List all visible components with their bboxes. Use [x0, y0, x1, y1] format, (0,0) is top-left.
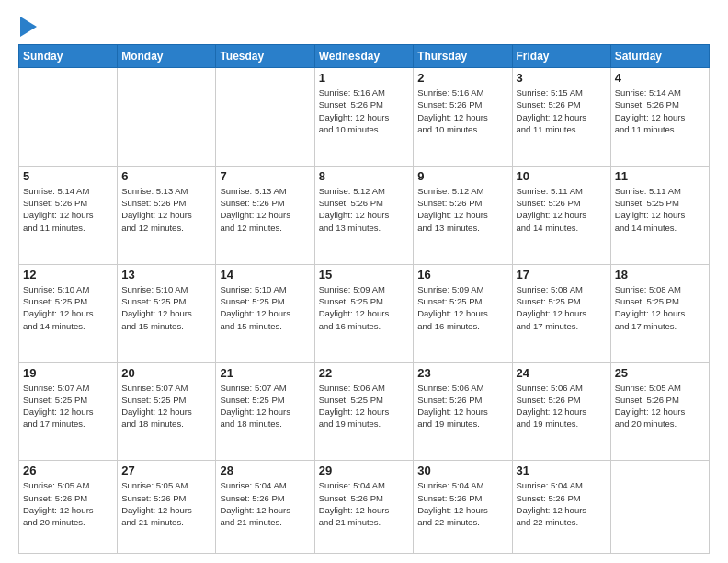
calendar-cell: 18Sunrise: 5:08 AM Sunset: 5:25 PM Dayli…: [610, 264, 709, 362]
calendar-cell: 4Sunrise: 5:14 AM Sunset: 5:26 PM Daylig…: [610, 68, 709, 167]
day-info: Sunrise: 5:11 AM Sunset: 5:26 PM Dayligh…: [517, 185, 607, 234]
calendar-cell: 6Sunrise: 5:13 AM Sunset: 5:26 PM Daylig…: [118, 166, 216, 264]
page: SundayMondayTuesdayWednesdayThursdayFrid…: [0, 0, 728, 563]
day-number: 14: [220, 268, 310, 282]
calendar-cell: 15Sunrise: 5:09 AM Sunset: 5:25 PM Dayli…: [314, 264, 414, 362]
day-number: 9: [417, 169, 507, 183]
day-number: 1: [319, 71, 410, 85]
day-number: 20: [121, 366, 211, 380]
calendar-cell: 20Sunrise: 5:07 AM Sunset: 5:25 PM Dayli…: [118, 362, 216, 461]
day-info: Sunrise: 5:04 AM Sunset: 5:26 PM Dayligh…: [319, 479, 410, 528]
day-info: Sunrise: 5:09 AM Sunset: 5:25 PM Dayligh…: [417, 283, 507, 332]
day-info: Sunrise: 5:08 AM Sunset: 5:25 PM Dayligh…: [517, 283, 607, 332]
day-info: Sunrise: 5:13 AM Sunset: 5:26 PM Dayligh…: [121, 185, 211, 234]
calendar-cell: 30Sunrise: 5:04 AM Sunset: 5:26 PM Dayli…: [414, 461, 512, 554]
day-info: Sunrise: 5:04 AM Sunset: 5:26 PM Dayligh…: [417, 479, 507, 528]
calendar-cell: 24Sunrise: 5:06 AM Sunset: 5:26 PM Dayli…: [512, 362, 610, 461]
calendar-cell: 21Sunrise: 5:07 AM Sunset: 5:25 PM Dayli…: [216, 362, 314, 461]
day-number: 13: [121, 268, 211, 282]
calendar-cell: [19, 68, 118, 167]
day-info: Sunrise: 5:14 AM Sunset: 5:26 PM Dayligh…: [23, 185, 113, 234]
day-info: Sunrise: 5:09 AM Sunset: 5:25 PM Dayligh…: [319, 283, 410, 332]
logo-icon: [20, 17, 37, 37]
day-info: Sunrise: 5:10 AM Sunset: 5:25 PM Dayligh…: [23, 283, 113, 332]
day-info: Sunrise: 5:11 AM Sunset: 5:25 PM Dayligh…: [615, 185, 705, 234]
weekday-header: Saturday: [610, 45, 709, 68]
weekday-header: Sunday: [19, 45, 118, 68]
calendar-cell: 19Sunrise: 5:07 AM Sunset: 5:25 PM Dayli…: [19, 362, 118, 461]
svg-marker-0: [20, 17, 37, 37]
day-number: 19: [23, 366, 113, 380]
calendar-cell: 2Sunrise: 5:16 AM Sunset: 5:26 PM Daylig…: [414, 68, 512, 167]
day-number: 28: [220, 464, 310, 477]
day-number: 18: [615, 268, 705, 282]
day-number: 3: [517, 71, 607, 85]
day-info: Sunrise: 5:07 AM Sunset: 5:25 PM Dayligh…: [23, 382, 113, 431]
day-number: 12: [23, 268, 113, 282]
day-number: 16: [417, 268, 507, 282]
calendar-cell: 7Sunrise: 5:13 AM Sunset: 5:26 PM Daylig…: [216, 166, 314, 264]
calendar-cell: 14Sunrise: 5:10 AM Sunset: 5:25 PM Dayli…: [216, 264, 314, 362]
day-number: 26: [23, 464, 113, 477]
calendar-cell: 27Sunrise: 5:05 AM Sunset: 5:26 PM Dayli…: [118, 461, 216, 554]
day-info: Sunrise: 5:06 AM Sunset: 5:26 PM Dayligh…: [417, 382, 507, 431]
day-number: 10: [517, 169, 607, 183]
calendar-cell: [610, 461, 709, 554]
day-number: 23: [417, 366, 507, 380]
day-info: Sunrise: 5:16 AM Sunset: 5:26 PM Dayligh…: [319, 86, 410, 135]
calendar-cell: 12Sunrise: 5:10 AM Sunset: 5:25 PM Dayli…: [19, 264, 118, 362]
day-info: Sunrise: 5:06 AM Sunset: 5:25 PM Dayligh…: [319, 382, 410, 431]
weekday-header: Thursday: [414, 45, 512, 68]
day-number: 24: [517, 366, 607, 380]
logo: [18, 17, 37, 35]
day-number: 4: [615, 71, 705, 85]
calendar-cell: 31Sunrise: 5:04 AM Sunset: 5:26 PM Dayli…: [512, 461, 610, 554]
day-number: 21: [220, 366, 310, 380]
day-info: Sunrise: 5:05 AM Sunset: 5:26 PM Dayligh…: [121, 479, 211, 528]
day-info: Sunrise: 5:04 AM Sunset: 5:26 PM Dayligh…: [220, 479, 310, 528]
day-info: Sunrise: 5:12 AM Sunset: 5:26 PM Dayligh…: [319, 185, 410, 234]
day-info: Sunrise: 5:07 AM Sunset: 5:25 PM Dayligh…: [121, 382, 211, 431]
day-number: 29: [319, 464, 410, 477]
calendar-cell: 1Sunrise: 5:16 AM Sunset: 5:26 PM Daylig…: [314, 68, 414, 167]
day-number: 31: [517, 464, 607, 477]
day-info: Sunrise: 5:04 AM Sunset: 5:26 PM Dayligh…: [517, 479, 607, 528]
day-info: Sunrise: 5:05 AM Sunset: 5:26 PM Dayligh…: [615, 382, 705, 431]
day-info: Sunrise: 5:14 AM Sunset: 5:26 PM Dayligh…: [615, 86, 705, 135]
day-info: Sunrise: 5:13 AM Sunset: 5:26 PM Dayligh…: [220, 185, 310, 234]
calendar-cell: 25Sunrise: 5:05 AM Sunset: 5:26 PM Dayli…: [610, 362, 709, 461]
weekday-header: Friday: [512, 45, 610, 68]
day-info: Sunrise: 5:06 AM Sunset: 5:26 PM Dayligh…: [517, 382, 607, 431]
day-number: 17: [517, 268, 607, 282]
weekday-header: Tuesday: [216, 45, 314, 68]
day-number: 5: [23, 169, 113, 183]
day-number: 6: [121, 169, 211, 183]
day-info: Sunrise: 5:10 AM Sunset: 5:25 PM Dayligh…: [220, 283, 310, 332]
header: [18, 17, 710, 35]
day-number: 8: [319, 169, 410, 183]
day-info: Sunrise: 5:12 AM Sunset: 5:26 PM Dayligh…: [417, 185, 507, 234]
calendar-table: SundayMondayTuesdayWednesdayThursdayFrid…: [18, 44, 710, 554]
calendar-cell: [118, 68, 216, 167]
calendar-cell: 29Sunrise: 5:04 AM Sunset: 5:26 PM Dayli…: [314, 461, 414, 554]
calendar-cell: 16Sunrise: 5:09 AM Sunset: 5:25 PM Dayli…: [414, 264, 512, 362]
calendar-cell: 9Sunrise: 5:12 AM Sunset: 5:26 PM Daylig…: [414, 166, 512, 264]
day-number: 25: [615, 366, 705, 380]
calendar-cell: 3Sunrise: 5:15 AM Sunset: 5:26 PM Daylig…: [512, 68, 610, 167]
calendar-cell: 17Sunrise: 5:08 AM Sunset: 5:25 PM Dayli…: [512, 264, 610, 362]
calendar-cell: 28Sunrise: 5:04 AM Sunset: 5:26 PM Dayli…: [216, 461, 314, 554]
day-info: Sunrise: 5:16 AM Sunset: 5:26 PM Dayligh…: [417, 86, 507, 135]
day-number: 2: [417, 71, 507, 85]
calendar-cell: 8Sunrise: 5:12 AM Sunset: 5:26 PM Daylig…: [314, 166, 414, 264]
day-info: Sunrise: 5:08 AM Sunset: 5:25 PM Dayligh…: [615, 283, 705, 332]
day-info: Sunrise: 5:15 AM Sunset: 5:26 PM Dayligh…: [517, 86, 607, 135]
day-info: Sunrise: 5:07 AM Sunset: 5:25 PM Dayligh…: [220, 382, 310, 431]
day-info: Sunrise: 5:10 AM Sunset: 5:25 PM Dayligh…: [121, 283, 211, 332]
day-number: 30: [417, 464, 507, 477]
day-number: 22: [319, 366, 410, 380]
day-number: 15: [319, 268, 410, 282]
calendar-cell: 26Sunrise: 5:05 AM Sunset: 5:26 PM Dayli…: [19, 461, 118, 554]
calendar-cell: 5Sunrise: 5:14 AM Sunset: 5:26 PM Daylig…: [19, 166, 118, 264]
calendar-cell: 23Sunrise: 5:06 AM Sunset: 5:26 PM Dayli…: [414, 362, 512, 461]
day-info: Sunrise: 5:05 AM Sunset: 5:26 PM Dayligh…: [23, 479, 113, 528]
